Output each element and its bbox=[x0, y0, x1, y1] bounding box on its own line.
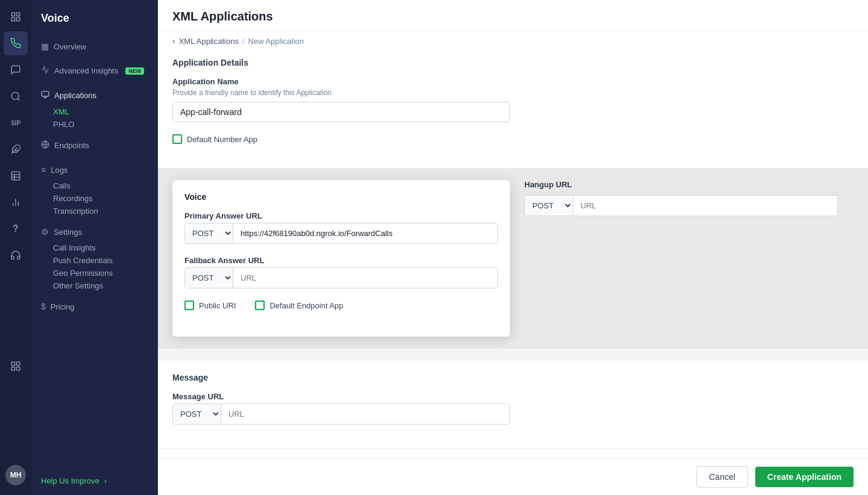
svg-rect-3 bbox=[17, 18, 20, 21]
chat-icon[interactable] bbox=[4, 58, 28, 82]
default-endpoint-app-checkbox[interactable] bbox=[255, 300, 265, 310]
primary-answer-url-label: Primary Answer URL bbox=[184, 211, 498, 220]
sidebar-item-pricing[interactable]: $ Pricing bbox=[31, 297, 158, 316]
message-method-select[interactable]: POST GET bbox=[173, 404, 221, 424]
message-url-label: Message URL bbox=[172, 392, 854, 401]
report-icon[interactable] bbox=[4, 190, 28, 214]
svg-rect-1 bbox=[17, 13, 20, 16]
application-details-section: Application Details Application Name Pro… bbox=[158, 46, 868, 168]
sidebar: Voice ▦ Overview Advanced Insights NEW A… bbox=[31, 0, 158, 495]
primary-url-input[interactable] bbox=[233, 224, 497, 243]
breadcrumb-parent[interactable]: XML Applications bbox=[179, 37, 239, 46]
app-name-hint: Provide a friendly name to identify this… bbox=[172, 89, 854, 97]
avatar[interactable]: MH bbox=[5, 465, 26, 485]
default-number-app-label: Default Number App bbox=[187, 135, 257, 144]
default-endpoint-app-label: Default Endpoint App bbox=[269, 301, 343, 310]
sidebar-item-applications[interactable]: Applications bbox=[31, 86, 158, 105]
sidebar-sub-calls[interactable]: Calls bbox=[31, 179, 158, 192]
overview-icon: ▦ bbox=[41, 42, 49, 51]
app-name-input[interactable] bbox=[172, 102, 510, 122]
sidebar-sub-geo-permissions[interactable]: Geo Permissions bbox=[31, 267, 158, 279]
primary-method-select[interactable]: POST GET bbox=[185, 223, 233, 243]
endpoints-icon bbox=[41, 140, 49, 151]
message-url-row: POST GET bbox=[172, 403, 510, 425]
svg-point-4 bbox=[11, 92, 19, 99]
additional-settings-section: Additional Settings bbox=[158, 449, 868, 458]
headset-icon[interactable] bbox=[4, 243, 28, 267]
message-section: Message Message URL POST GET bbox=[158, 361, 868, 449]
search-icon[interactable] bbox=[4, 84, 28, 108]
sidebar-sub-push-credentials[interactable]: Push Credentials bbox=[31, 254, 158, 267]
breadcrumb-separator: / bbox=[242, 37, 245, 46]
grid-icon[interactable] bbox=[4, 5, 28, 29]
apps-grid-icon[interactable] bbox=[4, 354, 28, 378]
svg-rect-14 bbox=[17, 367, 20, 370]
sidebar-section-settings: ⚙ Settings Call Insights Push Credential… bbox=[31, 220, 158, 294]
fallback-answer-url-group: Fallback Answer URL POST GET bbox=[184, 256, 498, 288]
fallback-method-select[interactable]: POST GET bbox=[185, 268, 233, 288]
svg-rect-13 bbox=[11, 367, 14, 370]
sidebar-sub-recordings[interactable]: Recordings bbox=[31, 192, 158, 205]
default-number-app-row: Default Number App bbox=[172, 134, 854, 144]
public-uri-checkbox[interactable] bbox=[184, 300, 194, 310]
app-name-field-group: Application Name Provide a friendly name… bbox=[172, 77, 854, 122]
help-icon[interactable]: ? bbox=[4, 217, 28, 241]
sidebar-item-logs[interactable]: ≡ Logs bbox=[31, 160, 158, 179]
svg-rect-11 bbox=[11, 362, 14, 365]
create-application-button[interactable]: Create Application bbox=[755, 467, 854, 487]
sip-icon[interactable]: SIP bbox=[4, 111, 28, 135]
advanced-insights-icon bbox=[41, 66, 49, 76]
svg-rect-15 bbox=[42, 92, 49, 96]
hangup-url-input[interactable] bbox=[573, 196, 837, 215]
logs-icon: ≡ bbox=[41, 165, 46, 175]
footer-bar: Cancel Create Application bbox=[158, 458, 868, 495]
sidebar-help[interactable]: Help Us Improve › bbox=[31, 467, 158, 495]
public-uri-label: Public URI bbox=[199, 301, 236, 310]
message-url-group: Message URL POST GET bbox=[172, 392, 854, 425]
sidebar-item-endpoints[interactable]: Endpoints bbox=[31, 135, 158, 155]
message-heading: Message bbox=[172, 373, 854, 382]
icon-rail: SIP ? MH bbox=[0, 0, 31, 495]
sidebar-section-advanced: Advanced Insights NEW bbox=[31, 58, 158, 83]
main-content: XML Applications ‹ XML Applications / Ne… bbox=[158, 0, 868, 495]
table-icon[interactable] bbox=[4, 164, 28, 188]
puzzle-icon[interactable] bbox=[4, 137, 28, 161]
sidebar-section-endpoints: Endpoints bbox=[31, 133, 158, 158]
page-title: XML Applications bbox=[172, 10, 854, 23]
sidebar-item-advanced-insights[interactable]: Advanced Insights NEW bbox=[31, 61, 158, 81]
settings-icon: ⚙ bbox=[41, 227, 49, 237]
breadcrumb-back-icon: ‹ bbox=[172, 36, 175, 46]
message-url-input[interactable] bbox=[221, 405, 509, 423]
hangup-url-section: Hangup URL POST GET bbox=[524, 180, 868, 216]
sidebar-item-overview[interactable]: ▦ Overview bbox=[31, 37, 158, 56]
sidebar-section-pricing: $ Pricing bbox=[31, 294, 158, 319]
application-details-heading: Application Details bbox=[172, 58, 854, 67]
svg-rect-2 bbox=[11, 18, 14, 21]
sidebar-sub-other-settings[interactable]: Other Settings bbox=[31, 279, 158, 292]
sidebar-sub-transcription[interactable]: Transcription bbox=[31, 205, 158, 217]
scrollable-content: Application Details Application Name Pro… bbox=[158, 46, 868, 458]
sidebar-section-overview: ▦ Overview bbox=[31, 34, 158, 58]
primary-answer-url-row: POST GET bbox=[184, 223, 498, 244]
applications-icon bbox=[41, 90, 49, 101]
svg-rect-12 bbox=[17, 362, 20, 365]
sidebar-item-settings[interactable]: ⚙ Settings bbox=[31, 222, 158, 241]
default-number-app-checkbox[interactable] bbox=[172, 134, 182, 144]
voice-panel-title: Voice bbox=[184, 192, 498, 202]
app-name-label: Application Name bbox=[172, 77, 854, 86]
breadcrumb-current: New Application bbox=[248, 37, 304, 46]
hangup-url-field: Hangup URL POST GET bbox=[524, 180, 868, 216]
sidebar-sub-call-insights[interactable]: Call Insights bbox=[31, 241, 158, 254]
sidebar-sub-phlo[interactable]: PHLO bbox=[31, 118, 158, 131]
help-text: Help Us Improve bbox=[41, 476, 99, 485]
hangup-method-select[interactable]: POST GET bbox=[525, 196, 573, 216]
hangup-url-row: POST GET bbox=[524, 195, 838, 216]
breadcrumb: ‹ XML Applications / New Application bbox=[158, 31, 868, 46]
cancel-button[interactable]: Cancel bbox=[696, 466, 748, 488]
fallback-url-input[interactable] bbox=[233, 269, 497, 287]
sidebar-sub-xml[interactable]: XML bbox=[31, 105, 158, 118]
svg-rect-7 bbox=[11, 172, 20, 180]
voice-panel: Voice Primary Answer URL POST GET Fallba… bbox=[172, 180, 510, 337]
chevron-right-icon: › bbox=[104, 476, 107, 485]
phone-icon[interactable] bbox=[4, 31, 28, 55]
